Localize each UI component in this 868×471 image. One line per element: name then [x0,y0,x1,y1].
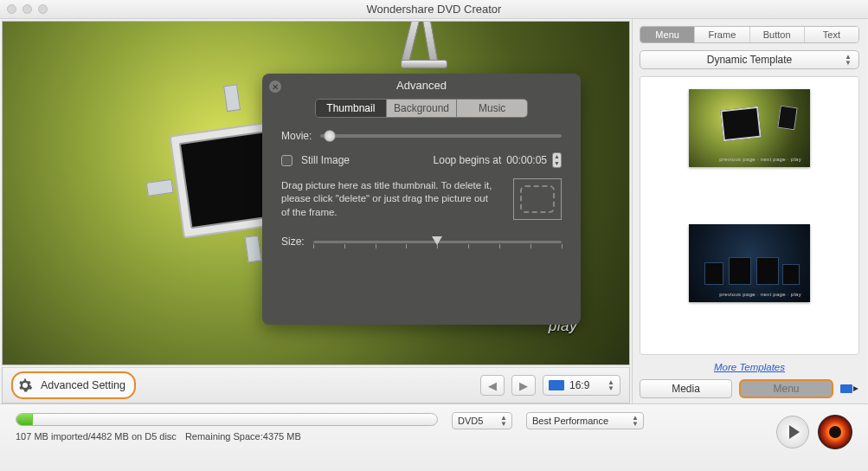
still-image-label: Still Image [301,154,350,166]
sidebar-tabbar: Menu Frame Button Text [640,26,859,43]
burn-button[interactable] [818,415,852,449]
svg-marker-1 [853,386,858,391]
movie-slider[interactable] [320,134,562,138]
media-tab-button[interactable]: Media [640,379,732,398]
tab-frame[interactable]: Frame [694,27,749,42]
loop-stepper[interactable]: ▲▼ [552,152,562,168]
menu-tab-button[interactable]: Menu [739,379,833,398]
template-select-label: Dynamic Template [707,54,792,66]
aspect-value: 16:9 [569,379,589,391]
template-list[interactable]: previous page · next page · play previou… [640,76,859,355]
sidebar-bottom-tabs: Media Menu [640,379,859,398]
tab-button[interactable]: Button [749,27,804,42]
template-caption: previous page · next page · play [719,157,801,162]
loop-label: Loop begins at [434,154,502,166]
gear-icon [16,377,34,394]
advanced-setting-label: Advanced Setting [41,379,125,391]
remaining-text: Remaining Space:4375 MB [185,431,301,442]
carets-icon: ▲▼ [845,54,852,66]
window-title: Wondershare DVD Creator [0,3,868,16]
preview-toggle-icon[interactable] [840,382,859,396]
tab-music[interactable]: Music [456,100,527,117]
tab-thumbnail[interactable]: Thumbnail [316,100,386,117]
progress-fill [16,414,33,425]
chevron-right-icon: ▶ [519,379,528,392]
next-button[interactable]: ▶ [511,375,536,396]
tab-menu[interactable]: Menu [640,27,694,42]
movie-slider-knob[interactable] [324,130,336,142]
size-label: Size: [281,236,305,248]
prev-button[interactable]: ◀ [480,375,505,396]
drop-outline-icon [520,185,555,213]
aspect-ratio-select[interactable]: 16:9 ▲▼ [543,375,620,396]
carets-icon: ▲▼ [608,379,614,391]
tab-text[interactable]: Text [804,27,858,42]
template-caption: previous page · next page · play [719,292,801,297]
imported-text: 107 MB imported/4482 MB on D5 disc [16,431,177,442]
thumbnail-drop-zone[interactable] [513,178,562,220]
footer-bar: 107 MB imported/4482 MB on D5 disc Remai… [0,403,868,471]
carets-icon: ▲▼ [500,415,507,427]
template-select[interactable]: Dynamic Template ▲▼ [640,50,859,69]
main-area: play ✕ Advanced Thumbnail Background Mus… [0,19,868,403]
preview-play-button[interactable] [776,416,809,448]
size-slider[interactable] [313,234,562,249]
chevron-left-icon: ◀ [488,379,497,392]
size-slider-knob[interactable] [432,236,442,245]
titlebar: Wondershare DVD Creator [0,0,868,19]
quality-select[interactable]: Best Performance ▲▼ [526,412,644,429]
tab-background[interactable]: Background [386,100,457,117]
advanced-tabbar: Thumbnail Background Music [315,99,528,118]
play-icon [789,425,800,439]
popup-title: Advanced [262,74,581,94]
more-templates-link[interactable]: More Templates [640,362,859,372]
carets-icon: ▲▼ [632,415,639,427]
display-icon [549,380,564,390]
disc-type-value: DVD5 [458,416,483,426]
right-sidebar: Menu Frame Button Text Dynamic Template … [632,19,866,403]
quality-value: Best Performance [532,416,608,426]
movie-label: Movie: [281,130,312,142]
popup-close-icon[interactable]: ✕ [269,81,281,93]
advanced-setting-button[interactable]: Advanced Setting [11,371,136,399]
preview-column: play ✕ Advanced Thumbnail Background Mus… [0,19,632,403]
preview-toolbar: Advanced Setting ◀ ▶ 16:9 ▲▼ [2,367,630,403]
svg-rect-0 [840,384,852,393]
drop-instructions: Drag picture here as title thumbnail. To… [281,179,498,220]
template-thumbnail[interactable]: previous page · next page · play [689,89,810,167]
advanced-popup: ✕ Advanced Thumbnail Background Music Mo… [262,74,581,325]
template-thumbnail[interactable]: previous page · next page · play [689,224,810,302]
still-image-checkbox[interactable] [281,155,293,166]
disc-space-progress [16,413,438,426]
disc-type-select[interactable]: DVD5 ▲▼ [452,412,512,429]
loop-value: 00:00:05 [506,154,547,166]
menu-preview[interactable]: play ✕ Advanced Thumbnail Background Mus… [2,21,630,365]
